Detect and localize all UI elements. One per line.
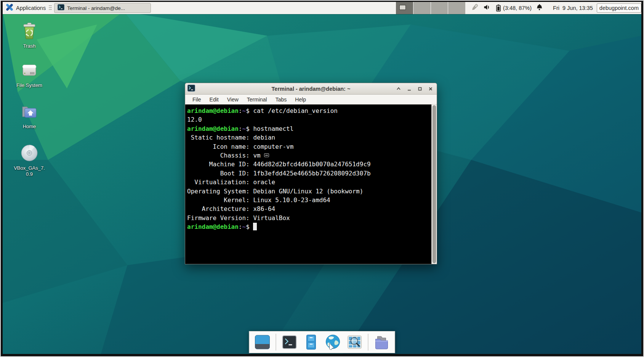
menu-item-help[interactable]: Help — [291, 96, 310, 103]
terminal-text: : — [239, 107, 242, 114]
dock-separator — [276, 334, 276, 351]
terminal-text: arindam@debian — [187, 107, 239, 114]
battery-icon — [495, 4, 502, 12]
terminal-line: 12.0 — [187, 115, 431, 124]
web-browser-launcher[interactable] — [325, 334, 341, 351]
system-tray: (3:48, 87%) — [471, 3, 543, 13]
app-finder-launcher[interactable] — [346, 334, 363, 351]
menu-item-terminal[interactable]: Terminal — [243, 96, 271, 103]
file-folder-shortcut[interactable] — [373, 334, 390, 351]
battery-status-text: (3:48, 87%) — [503, 5, 532, 11]
workspace-4[interactable] — [448, 2, 465, 14]
terminal-line: Kernel: Linux 5.10.0-23-amd64 — [187, 196, 431, 204]
terminal-text: hostnamectl — [253, 125, 293, 132]
screenshooter-icon[interactable] — [471, 3, 479, 13]
terminal-line: Boot ID: 1fb3efdd425e4665bb726208092d307… — [187, 169, 431, 178]
terminal-launcher[interactable] — [281, 334, 298, 351]
hard-drive-icon — [20, 61, 38, 79]
file-cabinet-icon — [303, 334, 319, 350]
terminal-window: Terminal - arindam@debian: ~ FileEditVie… — [185, 83, 437, 264]
panel-clock[interactable]: Fri 9 Jun, 13:35 — [553, 5, 593, 11]
pager-window-preview — [399, 5, 406, 10]
dock-separator — [368, 334, 368, 351]
terminal-text: : — [239, 125, 242, 132]
terminal-text: Kernel: Linux 5.10.0-23-amd64 — [187, 196, 330, 204]
maximize-button[interactable] — [417, 86, 423, 92]
workspace-1[interactable] — [396, 2, 413, 14]
desktop-icon-label: Home — [11, 124, 48, 130]
taskbar-window-button[interactable]: Terminal - arindam@de... — [54, 3, 151, 13]
terminal-line: Chassis: vm — [187, 151, 431, 160]
terminal-text: 12.0 — [187, 116, 202, 123]
terminal-text: arindam@debian — [187, 125, 239, 132]
workspace-3[interactable] — [431, 2, 448, 14]
terminal-line: arindam@debian:~$ — [187, 222, 431, 231]
minimize-button[interactable] — [406, 86, 412, 92]
desktop-icon-vbox-cd[interactable]: VBox_GAs_7.0.9 — [11, 144, 48, 178]
terminal-text: Static hostname: debian — [187, 134, 275, 141]
top-panel: Applications Terminal - arindam@de... — [3, 2, 641, 14]
terminal-text: ~ — [242, 223, 246, 230]
desktop-icon-trash[interactable]: Trash — [11, 22, 48, 49]
shade-window-button[interactable] — [396, 86, 402, 92]
trash-icon — [20, 22, 38, 40]
xfce-applications-icon — [6, 3, 13, 13]
terminal-text: ~ — [242, 107, 246, 114]
home-folder-icon — [20, 102, 38, 121]
terminal-line: Virtualization: oracle — [187, 178, 431, 187]
cd-disc-icon — [20, 144, 38, 162]
menu-item-tabs[interactable]: Tabs — [271, 96, 291, 103]
terminal-text: Architecture: x86-64 — [187, 205, 275, 212]
terminal-text: Icon name: computer-vm — [187, 143, 293, 150]
terminal-line: Machine ID: 446d82d2bfcd4d61b0070a247651… — [187, 160, 431, 169]
file-manager-launcher[interactable] — [303, 334, 320, 351]
terminal-text: Boot ID: 1fb3efdd425e4665bb726208092d307… — [187, 170, 371, 177]
applications-label: Applications — [16, 5, 46, 11]
web-browser-globe-icon — [325, 334, 341, 350]
terminal-line: Firmware Version: VirtualBox — [187, 214, 431, 222]
vm-screen-frame: Applications Terminal - arindam@de... — [0, 0, 644, 357]
terminal-text: Operating System: Debian GNU/Linux 12 (b… — [187, 188, 363, 195]
terminal-line: arindam@debian:~$ cat /etc/debian_versio… — [187, 106, 431, 115]
terminal-launcher-icon — [282, 334, 298, 350]
terminal-line: Operating System: Debian GNU/Linux 12 (b… — [187, 187, 431, 196]
show-desktop-icon — [255, 334, 271, 350]
terminal-text: Firmware Version: VirtualBox — [187, 214, 290, 222]
debugpoint-badge[interactable]: debugpoint.com — [597, 3, 641, 13]
menu-item-view[interactable]: View — [223, 96, 243, 103]
close-button[interactable] — [428, 86, 434, 92]
terminal-output: arindam@debian:~$ cat /etc/debian_versio… — [185, 105, 431, 264]
taskbar-window-title: Terminal - arindam@de... — [67, 5, 125, 11]
workspace-pager — [396, 2, 465, 14]
terminal-text: cat /etc/debian_version — [253, 107, 338, 114]
desktop-icon-label: File System — [11, 82, 48, 88]
desktop-icon-home[interactable]: Home — [11, 102, 48, 130]
terminal-text: Chassis: vm — [187, 152, 264, 159]
desktop-icon-label: VBox_GAs_7.0.9 — [13, 165, 45, 178]
applications-menu-button[interactable]: Applications — [3, 2, 48, 14]
terminal-line: arindam@debian:~$ hostnamectl — [187, 124, 431, 133]
menu-item-edit[interactable]: Edit — [205, 96, 223, 103]
app-finder-icon — [347, 334, 363, 350]
terminal-text: Virtualization: oracle — [187, 178, 275, 186]
terminal-text: arindam@debian — [187, 223, 239, 230]
folder-icon — [374, 334, 390, 350]
menu-item-file[interactable]: File — [188, 96, 205, 103]
terminal-line: Architecture: x86-64 — [187, 204, 431, 213]
terminal-line: Icon name: computer-vm — [187, 142, 431, 151]
show-desktop-button[interactable] — [254, 334, 271, 351]
terminal-body: arindam@debian:~$ cat /etc/debian_versio… — [185, 105, 437, 264]
battery-indicator[interactable]: (3:48, 87%) — [495, 4, 532, 12]
notification-bell-icon[interactable] — [536, 3, 543, 13]
volume-icon[interactable] — [483, 4, 491, 12]
terminal-app-icon — [58, 4, 64, 12]
terminal-menubar: FileEditViewTerminalTabsHelp — [185, 95, 437, 105]
terminal-scrollbar[interactable] — [431, 105, 437, 264]
terminal-text: $ — [246, 223, 253, 230]
workspace-2[interactable] — [413, 2, 431, 14]
scrollbar-thumb[interactable] — [433, 105, 436, 263]
terminal-titlebar[interactable]: Terminal - arindam@debian: ~ — [185, 83, 437, 95]
terminal-cursor — [253, 223, 257, 230]
desktop-icon-file-system[interactable]: File System — [11, 61, 48, 88]
terminal-text: $ — [246, 125, 253, 132]
